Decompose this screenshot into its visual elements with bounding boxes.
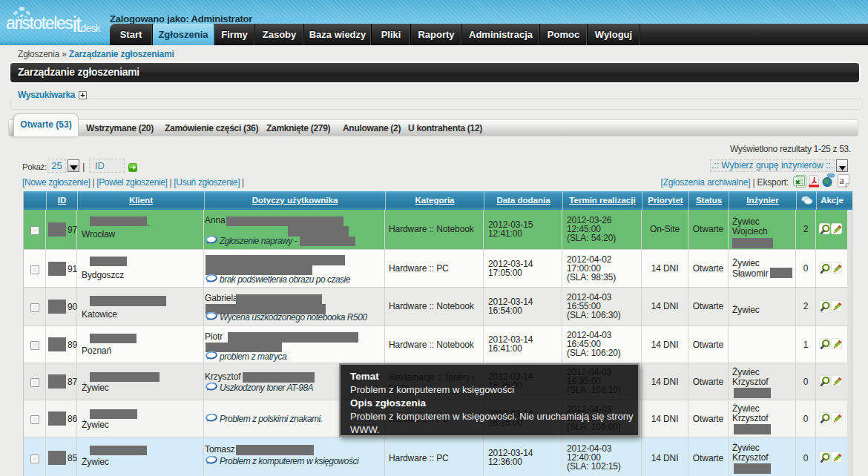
svg-text:,: , — [846, 179, 848, 188]
svg-text:a: a — [840, 175, 845, 186]
